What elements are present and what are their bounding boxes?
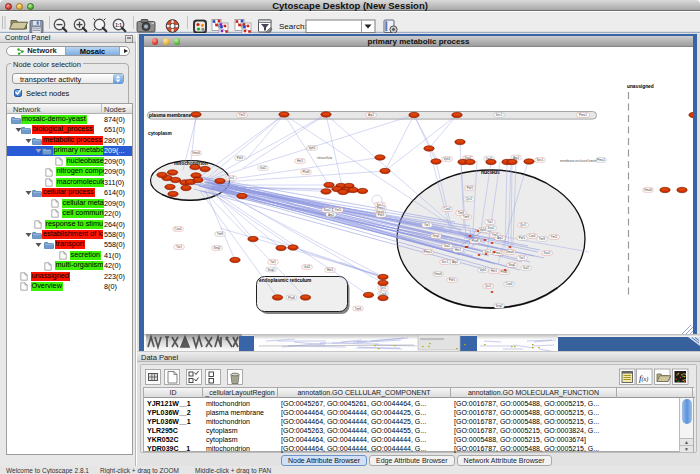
svg-text:Qcr2: Qcr2 xyxy=(228,176,235,180)
svg-text:Search:: Search: xyxy=(279,22,307,31)
svg-text:Snq2: Snq2 xyxy=(508,263,515,267)
svg-text:Vph1: Vph1 xyxy=(443,157,450,161)
svg-text:Qcr2: Qcr2 xyxy=(485,284,492,288)
svg-text:Snq2: Snq2 xyxy=(432,234,439,238)
svg-text:Snq2: Snq2 xyxy=(495,304,502,308)
svg-text:Cox4: Cox4 xyxy=(505,282,512,286)
svg-text:Sec1: Sec1 xyxy=(496,113,503,117)
svg-text:intracellular: intracellular xyxy=(317,156,332,160)
svg-text:Pho8: Pho8 xyxy=(471,239,478,243)
svg-text:Sec1: Sec1 xyxy=(537,158,544,162)
svg-text:Hxt1: Hxt1 xyxy=(455,248,462,252)
svg-text:Gal2: Gal2 xyxy=(523,266,530,270)
svg-text:Vma6: Vma6 xyxy=(434,272,442,276)
svg-text:Yor1: Yor1 xyxy=(519,256,525,260)
svg-text:Sso2: Sso2 xyxy=(544,251,551,255)
svg-text:Pdr5: Pdr5 xyxy=(378,213,385,217)
svg-text:Atp2: Atp2 xyxy=(368,113,375,117)
svg-text:cytoplasm: cytoplasm xyxy=(148,131,172,136)
svg-text:Pdr5: Pdr5 xyxy=(467,186,474,190)
svg-text:Pho8: Pho8 xyxy=(302,170,309,174)
svg-text:Atp2: Atp2 xyxy=(513,156,520,160)
svg-text:Qcr2: Qcr2 xyxy=(520,223,527,227)
svg-text:Tim9: Tim9 xyxy=(355,307,362,311)
svg-text:Atp2: Atp2 xyxy=(328,213,335,217)
svg-text:Pma1: Pma1 xyxy=(579,113,587,117)
svg-text:plasma membrane: plasma membrane xyxy=(149,113,191,118)
svg-text:nucleus: nucleus xyxy=(481,169,500,175)
svg-text:Yor1: Yor1 xyxy=(176,245,182,249)
svg-text:Yml1: Yml1 xyxy=(239,113,246,117)
svg-text:Yor1: Yor1 xyxy=(487,220,493,224)
svg-text:Tim9: Tim9 xyxy=(217,232,224,236)
svg-text:Cox4: Cox4 xyxy=(528,234,535,238)
svg-text:Pma1: Pma1 xyxy=(424,250,432,254)
svg-text:Vma6: Vma6 xyxy=(506,250,514,254)
svg-text:Yml1: Yml1 xyxy=(335,208,342,212)
svg-text:Tim9: Tim9 xyxy=(539,237,546,241)
svg-text:Pdr5: Pdr5 xyxy=(237,156,244,160)
svg-text:membrane-enclosed lumen: membrane-enclosed lumen xyxy=(560,159,597,163)
svg-text:Qcr2: Qcr2 xyxy=(466,197,473,201)
svg-text:Yor1: Yor1 xyxy=(270,260,276,264)
svg-text:Pma1: Pma1 xyxy=(494,251,502,255)
svg-text:Snq2: Snq2 xyxy=(267,268,274,272)
svg-text:Pdr5: Pdr5 xyxy=(449,278,456,282)
svg-text:Sso2: Sso2 xyxy=(488,226,495,230)
svg-text:Vma6: Vma6 xyxy=(644,188,652,192)
svg-text:Sec1: Sec1 xyxy=(442,260,449,264)
svg-text:Gal2: Gal2 xyxy=(444,244,451,248)
svg-text:Yor1: Yor1 xyxy=(424,223,430,227)
svg-text:endoplasmic reticulum: endoplasmic reticulum xyxy=(259,278,311,283)
svg-text:Vma6: Vma6 xyxy=(192,151,200,155)
svg-text:Atp2: Atp2 xyxy=(497,236,504,240)
svg-text:Atp2: Atp2 xyxy=(452,260,459,264)
svg-text:Qcr2: Qcr2 xyxy=(380,286,387,290)
svg-text:Vph1: Vph1 xyxy=(308,146,315,150)
svg-text:Cox4: Cox4 xyxy=(443,207,450,211)
svg-text:Hxt1: Hxt1 xyxy=(327,268,334,272)
svg-text:Tim9: Tim9 xyxy=(463,215,470,219)
svg-text:Vph1: Vph1 xyxy=(479,268,486,272)
svg-text:Gal2: Gal2 xyxy=(304,265,311,269)
svg-text:Hxt1: Hxt1 xyxy=(491,269,498,273)
svg-text:Yml1: Yml1 xyxy=(551,235,558,239)
svg-text:Cox4: Cox4 xyxy=(174,227,181,231)
svg-text:unassigned: unassigned xyxy=(627,84,654,89)
svg-text:Gal2: Gal2 xyxy=(260,166,267,170)
svg-text:Sso2: Sso2 xyxy=(324,208,331,212)
svg-text:Snq2: Snq2 xyxy=(213,246,220,250)
svg-text:1:1: 1:1 xyxy=(115,23,122,28)
svg-text:Hxt1: Hxt1 xyxy=(297,159,304,163)
svg-text:Pma1: Pma1 xyxy=(597,158,605,162)
svg-text:Pdr5: Pdr5 xyxy=(519,236,526,240)
svg-text:Pho8: Pho8 xyxy=(288,296,295,300)
